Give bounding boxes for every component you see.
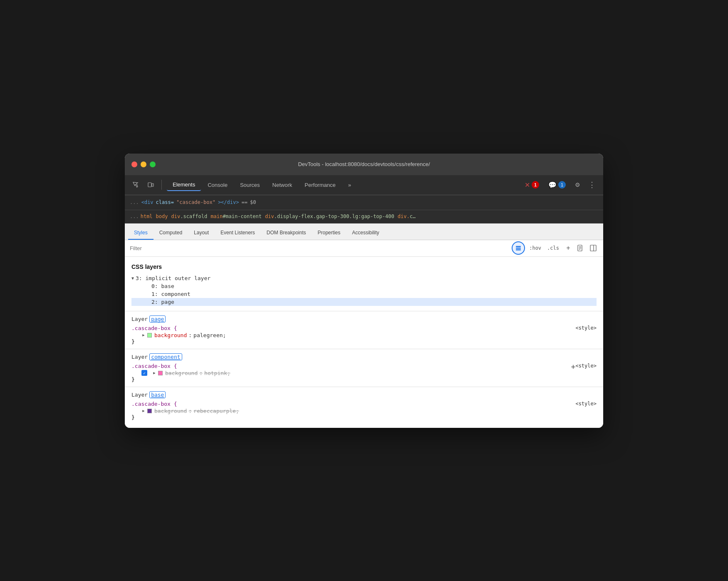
tab-styles[interactable]: Styles xyxy=(128,226,154,240)
devtools-tabs: Elements Console Sources Network Perform… xyxy=(167,179,518,191)
device-toolbar-button[interactable] xyxy=(145,179,156,191)
style-source-page[interactable]: <style> xyxy=(575,325,597,331)
prop-expand-triangle-base[interactable]: ▶ xyxy=(141,409,146,413)
breadcrumb-div-c[interactable]: div.c… xyxy=(398,214,416,219)
property-checkbox[interactable]: ✓ xyxy=(141,370,147,376)
prop-value-palegreen: palegreen; xyxy=(193,332,226,338)
minimize-button[interactable] xyxy=(141,161,146,167)
color-swatch-hotpink[interactable] xyxy=(158,371,163,375)
css-selector-page[interactable]: .cascade-box { xyxy=(131,325,177,331)
layer-base-section: Layer base .cascade-box { <style> ▶ back… xyxy=(131,391,597,420)
message-count: 1 xyxy=(558,181,566,189)
svg-rect-9 xyxy=(590,245,596,251)
svg-rect-2 xyxy=(516,246,521,247)
breadcrumb-div-scaffold[interactable]: div.scaffold xyxy=(171,214,208,219)
more-options-button[interactable]: ⋮ xyxy=(586,179,598,191)
collapse-arrow: ▼ xyxy=(131,276,134,281)
svg-rect-3 xyxy=(516,248,521,249)
add-property-button[interactable]: + xyxy=(571,363,576,370)
style-source-component[interactable]: <style> xyxy=(575,363,597,369)
dom-selected-element-bar: ... <div class="cascade-box" ></div> == … xyxy=(125,195,603,210)
prop-name-base-bg: background xyxy=(154,408,187,414)
filter-input[interactable] xyxy=(130,245,508,251)
layer-page-link[interactable]: page xyxy=(149,315,166,323)
tab-layout[interactable]: Layout xyxy=(188,226,215,240)
prop-name-page-bg: background xyxy=(154,332,187,338)
inspect-element-button[interactable] xyxy=(130,179,141,191)
css-layers-title: CSS layers xyxy=(131,263,597,270)
dom-equals: == xyxy=(241,199,247,205)
styles-panel-content: CSS layers ▼ 3: implicit outer layer 0: … xyxy=(125,257,603,428)
error-count: 1 xyxy=(532,181,539,189)
tab-more[interactable]: » xyxy=(342,179,357,191)
hov-button[interactable]: :hov xyxy=(527,244,543,252)
tab-dom-breakpoints[interactable]: DOM Breakpoints xyxy=(261,226,312,240)
dom-attr-value: "cascade-box" xyxy=(176,199,215,205)
layer-tree: ▼ 3: implicit outer layer 0: base 1: com… xyxy=(131,274,597,306)
devtools-window: DevTools - localhost:8080/docs/devtools/… xyxy=(125,154,603,428)
tab-network[interactable]: Network xyxy=(267,179,298,191)
layer-tree-child-base[interactable]: 0: base xyxy=(131,282,597,290)
color-swatch-palegreen[interactable] xyxy=(147,333,152,338)
toolbar-right: ✕ 1 💬 1 ⚙ ⋮ xyxy=(521,179,598,191)
tab-sources[interactable]: Sources xyxy=(234,179,266,191)
title-bar: DevTools - localhost:8080/docs/devtools/… xyxy=(125,154,603,175)
tab-computed[interactable]: Computed xyxy=(154,226,188,240)
tab-console[interactable]: Console xyxy=(202,179,233,191)
breadcrumb-main[interactable]: main#main-content xyxy=(210,214,262,219)
css-close-component: } xyxy=(131,376,597,382)
close-button[interactable] xyxy=(131,161,137,167)
add-style-button[interactable]: + xyxy=(563,243,573,253)
breadcrumb-div-flex[interactable]: div.display-flex.gap-top-300.lg:gap-top-… xyxy=(265,214,394,219)
tab-properties[interactable]: Properties xyxy=(312,226,347,240)
dom-dots: ... xyxy=(130,199,139,205)
filter-bar: :hov .cls + xyxy=(125,240,603,257)
maximize-button[interactable] xyxy=(150,161,156,167)
css-close-base: } xyxy=(131,414,597,420)
css-property-base-bg: ▶ background : rebeccapurple; xyxy=(131,408,597,414)
new-style-rule-button[interactable] xyxy=(576,243,586,253)
tab-accessibility[interactable]: Accessibility xyxy=(346,226,385,240)
svg-rect-4 xyxy=(516,249,521,251)
prop-expand-triangle[interactable]: ▶ xyxy=(141,333,146,337)
layer-tree-child-component[interactable]: 1: component xyxy=(131,290,597,298)
error-badge-button[interactable]: ✕ 1 xyxy=(521,179,542,191)
message-badge-button[interactable]: 💬 1 xyxy=(545,179,569,191)
breadcrumb-dots: ... xyxy=(130,214,139,219)
svg-rect-1 xyxy=(152,184,154,186)
cascade-layers-button[interactable] xyxy=(512,241,525,255)
window-title: DevTools - localhost:8080/docs/devtools/… xyxy=(298,161,430,167)
color-swatch-rebeccapurple[interactable] xyxy=(147,409,152,413)
tab-elements[interactable]: Elements xyxy=(167,179,201,191)
layer-base-link[interactable]: base xyxy=(149,391,166,398)
layer-component-link[interactable]: component xyxy=(149,353,182,360)
filter-actions: :hov .cls + xyxy=(512,241,598,255)
css-selector-component[interactable]: .cascade-box { xyxy=(131,363,177,369)
layer-tree-root[interactable]: ▼ 3: implicit outer layer xyxy=(131,274,597,282)
tab-event-listeners[interactable]: Event Listeners xyxy=(215,226,261,240)
prop-expand-triangle-comp[interactable]: ▶ xyxy=(152,371,156,375)
layer-component-section: Layer component .cascade-box { <style> +… xyxy=(131,353,597,382)
section-divider-2 xyxy=(125,349,603,349)
breadcrumb-body[interactable]: body xyxy=(156,214,168,219)
breadcrumb-html[interactable]: html xyxy=(141,214,153,219)
cls-button[interactable]: .cls xyxy=(545,244,561,252)
tab-performance[interactable]: Performance xyxy=(299,179,341,191)
css-close-page: } xyxy=(131,338,597,345)
layer-tree-root-label: 3: implicit outer layer xyxy=(136,275,210,281)
devtools-toolbar: Elements Console Sources Network Perform… xyxy=(125,175,603,195)
settings-button[interactable]: ⚙ xyxy=(572,179,583,191)
layer-tree-child-page[interactable]: 2: page xyxy=(131,298,597,306)
css-selector-base[interactable]: .cascade-box { xyxy=(131,401,177,407)
style-source-base[interactable]: <style> xyxy=(575,401,597,407)
svg-rect-0 xyxy=(148,183,151,187)
dom-dollar-zero: $0 xyxy=(250,199,256,205)
section-divider-1 xyxy=(125,311,603,311)
prop-name-component-bg: background xyxy=(165,370,198,376)
dom-attr-class: class= xyxy=(156,199,174,205)
layer-component-label: Layer component xyxy=(131,353,597,360)
toggle-sidebar-button[interactable] xyxy=(588,243,598,253)
css-rule-base: .cascade-box { <style> xyxy=(131,401,597,407)
css-rule-component: .cascade-box { <style> + xyxy=(131,363,597,369)
traffic-lights xyxy=(131,161,156,167)
